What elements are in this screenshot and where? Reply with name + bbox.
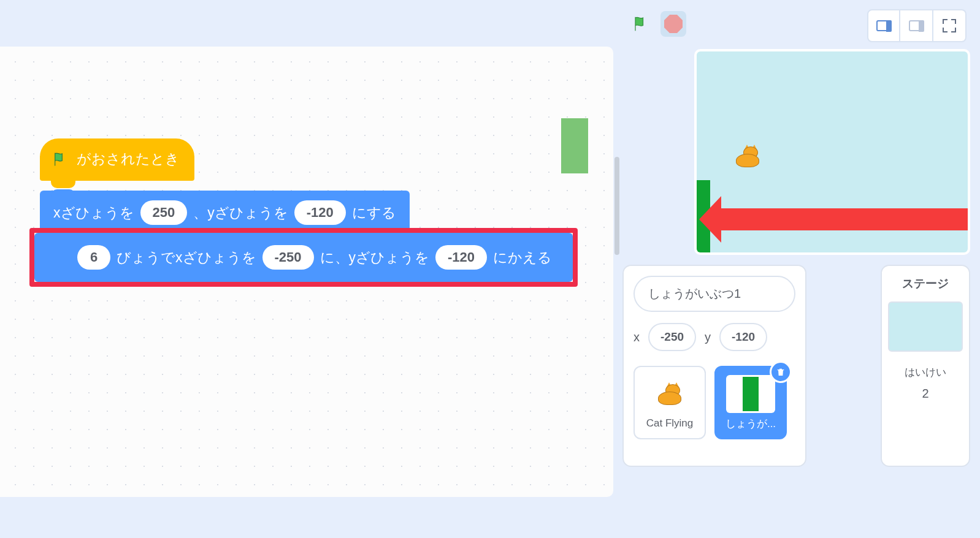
goto-y-input[interactable]: -120 (294, 200, 346, 225)
backdrop-label: はいけい (888, 365, 963, 379)
glide-secs-input[interactable]: 6 (77, 245, 110, 270)
workspace-scrollbar[interactable] (614, 157, 619, 255)
stage-panel-title: ステージ (888, 276, 963, 292)
code-workspace[interactable]: がおされたとき xざひょうを 250 、yざひょうを -120 にする 6 びょ… (0, 47, 613, 497)
sprite-y-input[interactable]: -120 (719, 323, 767, 351)
small-stage-button[interactable] (867, 9, 900, 42)
stage-thumbnail[interactable] (888, 301, 963, 352)
stop-icon (664, 15, 683, 33)
goto-text-2: 、yざひょうを (193, 203, 288, 222)
cat-icon (645, 376, 694, 414)
sprite-tile-cat[interactable]: Cat Flying (634, 366, 706, 439)
sprite-tile-label: Cat Flying (646, 417, 694, 430)
sprite-x-input[interactable]: -250 (648, 323, 696, 351)
small-stage-icon (876, 20, 891, 31)
sprite-list: Cat Flying しょうが... (634, 366, 795, 439)
large-stage-button[interactable] (900, 9, 933, 42)
goto-x-input[interactable]: 250 (140, 200, 188, 225)
glide-x-input[interactable]: -250 (262, 245, 314, 270)
sprite-name-input[interactable]: しょうがいぶつ1 (634, 276, 795, 312)
goto-text-1: xざひょうを (53, 203, 134, 222)
when-flag-clicked-block[interactable]: がおされたとき (40, 138, 194, 181)
y-label: y (705, 330, 711, 344)
sprite-tile-obstacle[interactable]: しょうが... (714, 366, 787, 439)
large-stage-icon (909, 20, 924, 31)
stop-button[interactable] (660, 11, 686, 37)
stage-selector-panel: ステージ はいけい 2 (881, 265, 970, 467)
backdrop-count: 2 (888, 387, 963, 401)
trash-icon (776, 367, 786, 377)
sprite-info-panel: しょうがいぶつ1 x -250 y -120 Cat Flying しょうが..… (622, 265, 806, 467)
delete-sprite-button[interactable] (770, 361, 792, 383)
green-flag-icon (52, 151, 69, 168)
fullscreen-button[interactable] (933, 9, 967, 42)
stage-cat-sprite (732, 146, 763, 167)
fullscreen-icon (943, 19, 956, 32)
glide-y-input[interactable]: -120 (435, 245, 487, 270)
green-flag-button[interactable] (629, 11, 654, 37)
green-flag-icon (632, 14, 651, 34)
annotation-arrow (721, 208, 970, 230)
goto-text-3: にする (352, 203, 396, 222)
sprite-tile-label: しょうが... (725, 417, 776, 431)
workspace-sprite-preview (561, 118, 588, 173)
glide-to-xy-block[interactable]: 6 びょうでxざひょうを -250 に、yざひょうを -120 にかえる (34, 233, 573, 282)
stage-view[interactable] (694, 49, 970, 255)
x-label: x (634, 330, 640, 344)
obstacle-icon (726, 375, 775, 413)
glide-text-3: にかえる (493, 248, 552, 267)
glide-text-1: びょうでxざひょうを (117, 248, 256, 267)
hat-label: がおされたとき (77, 150, 180, 169)
glide-text-2: に、yざひょうを (320, 248, 430, 267)
glide-block-highlight: 6 びょうでxざひょうを -250 に、yざひょうを -120 にかえる (29, 228, 578, 287)
